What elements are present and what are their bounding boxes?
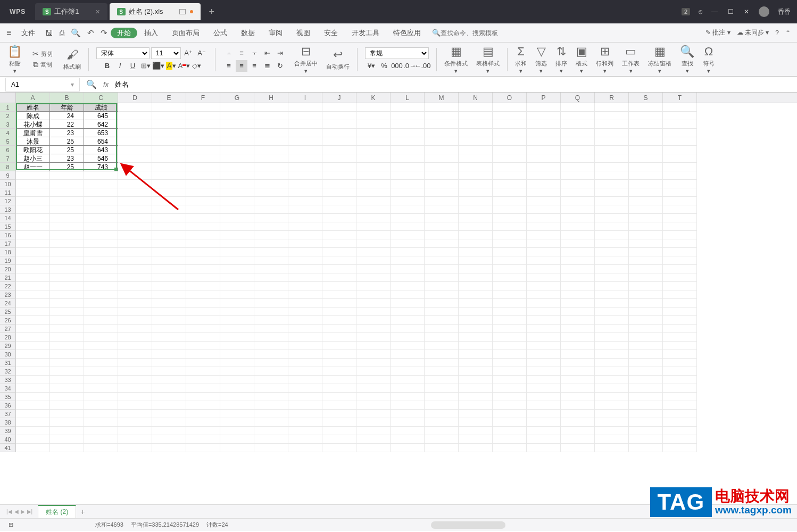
cell[interactable]: [663, 103, 697, 112]
cell[interactable]: [152, 171, 186, 180]
cell[interactable]: [561, 316, 595, 325]
cell[interactable]: [493, 129, 527, 137]
cell[interactable]: [527, 282, 561, 290]
cell[interactable]: [118, 342, 152, 350]
cell[interactable]: [459, 418, 493, 427]
cell[interactable]: [425, 410, 459, 418]
cell[interactable]: [322, 222, 356, 231]
cell[interactable]: [186, 359, 220, 367]
cell[interactable]: [595, 359, 629, 367]
cell[interactable]: [118, 214, 152, 222]
cell[interactable]: [459, 393, 493, 401]
cell[interactable]: [595, 401, 629, 410]
cell[interactable]: [254, 273, 288, 282]
filter-button[interactable]: ▽筛选▾: [533, 45, 549, 74]
cell[interactable]: [595, 197, 629, 205]
cell[interactable]: 25: [50, 146, 84, 154]
row-header[interactable]: 8: [0, 163, 16, 171]
cell[interactable]: 欧阳花: [16, 146, 50, 154]
cell[interactable]: [16, 205, 50, 214]
cell[interactable]: [322, 350, 356, 359]
cell[interactable]: [561, 112, 595, 120]
row-header[interactable]: 28: [0, 333, 16, 342]
cell[interactable]: [50, 205, 84, 214]
command-search[interactable]: 🔍: [432, 29, 515, 37]
column-header[interactable]: C: [84, 93, 118, 103]
cell[interactable]: [152, 120, 186, 129]
cell[interactable]: [84, 367, 118, 376]
cell[interactable]: [629, 384, 663, 393]
align-middle-icon[interactable]: ≡: [236, 47, 247, 59]
cell[interactable]: [118, 146, 152, 154]
cell[interactable]: [220, 205, 254, 214]
cell[interactable]: [561, 120, 595, 129]
cell[interactable]: [595, 410, 629, 418]
cell[interactable]: [152, 393, 186, 401]
cell[interactable]: [493, 180, 527, 188]
cell[interactable]: [254, 333, 288, 342]
row-header[interactable]: 26: [0, 316, 16, 325]
cell[interactable]: [220, 290, 254, 299]
cell[interactable]: [561, 265, 595, 273]
row-header[interactable]: 41: [0, 444, 16, 452]
cell[interactable]: [425, 342, 459, 350]
cell[interactable]: [561, 163, 595, 171]
cell[interactable]: [322, 410, 356, 418]
cell[interactable]: [50, 222, 84, 231]
cell[interactable]: [152, 137, 186, 146]
cell[interactable]: [220, 197, 254, 205]
row-header[interactable]: 24: [0, 299, 16, 307]
indent-left-icon[interactable]: ⇤: [261, 47, 273, 59]
cell[interactable]: [254, 384, 288, 393]
cell[interactable]: [561, 197, 595, 205]
cell[interactable]: [356, 333, 391, 342]
row-header[interactable]: 19: [0, 256, 16, 265]
cell[interactable]: 25: [50, 137, 84, 146]
cell[interactable]: [527, 137, 561, 146]
cell[interactable]: [356, 146, 391, 154]
cell[interactable]: [322, 197, 356, 205]
cell[interactable]: [118, 273, 152, 282]
paste-button[interactable]: 📋粘贴▾: [5, 45, 24, 74]
cell[interactable]: [391, 180, 425, 188]
cell[interactable]: [84, 435, 118, 444]
align-left-icon[interactable]: ≡: [223, 60, 235, 72]
cell[interactable]: [356, 384, 391, 393]
cell[interactable]: [425, 171, 459, 180]
cell[interactable]: [561, 171, 595, 180]
cell[interactable]: [220, 367, 254, 376]
cell[interactable]: [152, 129, 186, 137]
cell[interactable]: [629, 205, 663, 214]
cell[interactable]: [254, 435, 288, 444]
row-header[interactable]: 31: [0, 359, 16, 367]
column-header[interactable]: L: [391, 93, 425, 103]
cell[interactable]: [220, 273, 254, 282]
cell[interactable]: [629, 171, 663, 180]
cell[interactable]: [527, 418, 561, 427]
cell[interactable]: [459, 129, 493, 137]
cell[interactable]: [391, 120, 425, 129]
cell[interactable]: [186, 146, 220, 154]
cell[interactable]: [459, 325, 493, 333]
cell[interactable]: [595, 239, 629, 248]
cell[interactable]: [527, 248, 561, 256]
cell[interactable]: [220, 376, 254, 384]
cell[interactable]: [527, 367, 561, 376]
cell[interactable]: [493, 256, 527, 265]
cell[interactable]: [118, 444, 152, 452]
cell[interactable]: [50, 384, 84, 393]
cell[interactable]: [629, 239, 663, 248]
cell[interactable]: [356, 359, 391, 367]
cell[interactable]: [220, 350, 254, 359]
cell[interactable]: [527, 410, 561, 418]
cell[interactable]: [84, 418, 118, 427]
cell[interactable]: [186, 273, 220, 282]
cell[interactable]: [459, 282, 493, 290]
cell[interactable]: [84, 393, 118, 401]
cell[interactable]: [84, 342, 118, 350]
cell[interactable]: [425, 231, 459, 239]
currency-icon[interactable]: ¥▾: [366, 60, 377, 72]
cell[interactable]: [629, 248, 663, 256]
cell[interactable]: [595, 231, 629, 239]
formula-input[interactable]: [115, 80, 791, 88]
